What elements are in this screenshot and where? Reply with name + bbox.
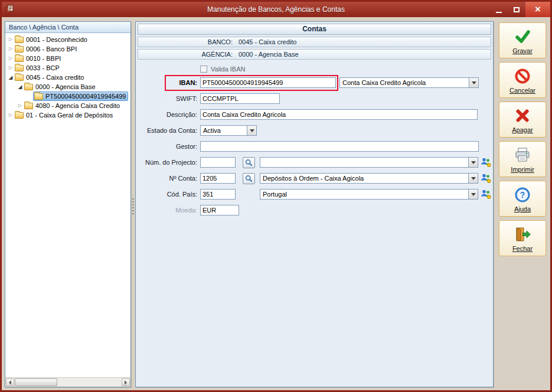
- gestor-label: Gestor:: [138, 143, 197, 150]
- expand-expanded-icon[interactable]: [17, 82, 24, 92]
- pais-combo[interactable]: Portugal: [260, 189, 478, 200]
- projecto-entity-button[interactable]: [480, 157, 492, 168]
- fechar-button[interactable]: Fechar: [499, 220, 546, 256]
- ajuda-button[interactable]: ? Ajuda: [499, 181, 546, 217]
- apagar-label: Apagar: [512, 126, 533, 133]
- tree-item-label: 0045 - Caixa credito: [26, 74, 84, 81]
- app-window: Manutenção de Bancos, Agências e Contas …: [0, 0, 552, 392]
- valida-iban-row: Valida IBAN: [200, 66, 246, 73]
- iban-account-combo[interactable]: Conta Caixa Credito Agricola: [339, 77, 479, 88]
- pais-combo-value: Portugal: [263, 191, 467, 198]
- help-question-icon: ?: [513, 185, 532, 204]
- swift-input[interactable]: [200, 93, 280, 104]
- expand-collapsed-icon[interactable]: [7, 54, 14, 63]
- tree-item-0006[interactable]: 0006 - Banco BPI: [5, 44, 130, 54]
- pais-input[interactable]: [200, 189, 236, 200]
- tree-item-01-cgd[interactable]: 01 - Caixa Geral de Depósitos: [5, 110, 130, 120]
- app-icon: [5, 5, 14, 14]
- maximize-icon: [514, 7, 520, 12]
- save-check-icon: [513, 27, 532, 46]
- expand-collapsed-icon[interactable]: [7, 35, 14, 44]
- folder-icon: [24, 103, 33, 109]
- people-group-icon: [481, 189, 491, 200]
- chevron-down-icon[interactable]: [468, 190, 478, 199]
- exit-door-icon: [513, 225, 532, 244]
- chevron-down-icon[interactable]: [247, 126, 256, 135]
- banco-info-bar: BANCO: 0045 - Caixa credito: [138, 37, 491, 47]
- folder-icon: [24, 84, 33, 90]
- projecto-lookup-button[interactable]: [243, 157, 255, 168]
- cancelar-label: Cancelar: [509, 87, 535, 94]
- tree-item-label: 0001 - Desconhecido: [26, 36, 87, 43]
- projecto-input[interactable]: [200, 157, 236, 168]
- close-icon: [535, 4, 541, 15]
- conta-combo[interactable]: Depósitos à Ordem - Caixa Agicola: [260, 173, 478, 184]
- chevron-down-icon[interactable]: [469, 78, 478, 87]
- maximize-button[interactable]: [508, 2, 525, 17]
- projecto-combo[interactable]: [260, 157, 478, 168]
- folder-icon: [15, 65, 24, 71]
- scroll-right-arrow[interactable]: [122, 378, 130, 386]
- minimize-button[interactable]: [490, 2, 508, 17]
- left-arrow-icon: [6, 380, 11, 385]
- pais-entity-button[interactable]: [480, 189, 492, 200]
- expand-collapsed-icon[interactable]: [7, 110, 14, 120]
- svg-text:?: ?: [520, 190, 525, 200]
- window-controls: [490, 2, 550, 17]
- imprimir-button[interactable]: Imprimir: [499, 141, 546, 177]
- projecto-label: Núm. do Projecto:: [138, 159, 197, 166]
- no-entry-icon: [513, 67, 532, 86]
- window-content: Banco \ Agência \ Conta 0001 - Desconhec…: [2, 17, 550, 390]
- scroll-left-arrow[interactable]: [6, 378, 14, 386]
- conta-lookup-button[interactable]: [243, 173, 255, 184]
- gravar-button[interactable]: Gravar: [499, 22, 546, 58]
- cancelar-button[interactable]: Cancelar: [499, 62, 546, 98]
- pais-label: Cód. País:: [138, 191, 197, 198]
- people-group-icon: [481, 157, 491, 168]
- splitter-grip-icon: [132, 198, 134, 215]
- agencia-info-bar: AGÊNCIA: 0000 - Agencia Base: [138, 49, 491, 60]
- moeda-input[interactable]: [200, 205, 239, 215]
- action-button-panel: Gravar Cancelar Apagar Imprimir: [495, 17, 552, 390]
- close-button[interactable]: [525, 2, 550, 17]
- swift-label: SWIFT:: [138, 95, 197, 102]
- iban-row: IBAN: Conta Caixa Credito Agricola: [138, 77, 491, 89]
- fechar-label: Fechar: [512, 245, 533, 252]
- chevron-down-icon[interactable]: [468, 158, 478, 167]
- expand-collapsed-icon[interactable]: [7, 44, 14, 54]
- contas-form-panel: Contas BANCO: 0045 - Caixa credito AGÊNC…: [135, 21, 494, 387]
- gestor-row: Gestor:: [138, 141, 491, 153]
- tree-item-label: 0000 - Agencia Base: [35, 83, 96, 90]
- swift-row: SWIFT:: [138, 93, 491, 105]
- chevron-down-icon[interactable]: [468, 174, 478, 183]
- window-title: Manutenção de Bancos, Agências e Contas: [2, 5, 550, 14]
- tree-item-0001[interactable]: 0001 - Desconhecido: [5, 35, 130, 44]
- expand-collapsed-icon[interactable]: [7, 63, 14, 73]
- apagar-button[interactable]: Apagar: [499, 102, 546, 138]
- tree-item-4080[interactable]: 4080 - Agencia Caixa Credito: [5, 101, 130, 110]
- tree-item-0045[interactable]: 0045 - Caixa credito: [5, 73, 130, 82]
- estado-combo-value: Activa: [203, 127, 246, 134]
- tree-item-0000-agencia[interactable]: 0000 - Agencia Base: [5, 82, 130, 92]
- gestor-input[interactable]: [200, 141, 479, 152]
- expand-collapsed-icon[interactable]: [17, 101, 24, 110]
- tree-horizontal-scrollbar[interactable]: [5, 377, 130, 387]
- tree-item-0010[interactable]: 0010 - BBPI: [5, 54, 130, 63]
- projecto-row: Núm. do Projecto:: [138, 157, 491, 169]
- folder-icon: [15, 46, 24, 53]
- valida-iban-checkbox[interactable]: [200, 66, 207, 73]
- tree-item-label: 4080 - Agencia Caixa Credito: [35, 102, 120, 109]
- tree-item-iban-selected[interactable]: PT50004500004919945499: [5, 92, 130, 101]
- expand-expanded-icon[interactable]: [7, 73, 14, 82]
- iban-input[interactable]: [200, 77, 336, 88]
- scrollbar-thumb[interactable]: [15, 378, 57, 386]
- tree-item-label: 01 - Caixa Geral de Depósitos: [26, 112, 113, 119]
- folder-icon: [34, 93, 43, 100]
- conta-entity-button[interactable]: [480, 173, 492, 184]
- conta-input[interactable]: [200, 173, 236, 184]
- panel-splitter[interactable]: [131, 21, 135, 387]
- descricao-input[interactable]: [200, 109, 478, 120]
- ajuda-label: Ajuda: [514, 205, 531, 213]
- tree-item-0033[interactable]: 0033 - BCP: [5, 63, 130, 73]
- estado-combo[interactable]: Activa: [200, 125, 257, 136]
